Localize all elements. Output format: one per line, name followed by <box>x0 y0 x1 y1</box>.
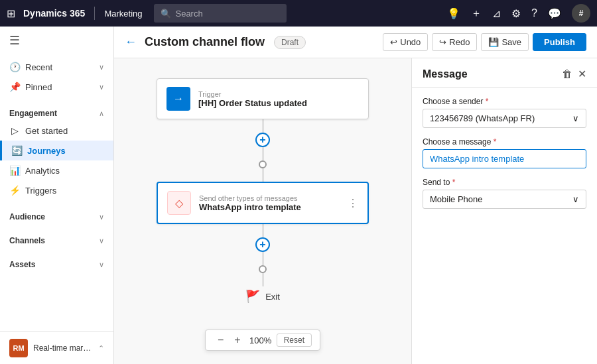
sidebar-top-section: 🕐 Recent ∨ 📌 Pinned ∨ <box>0 54 113 99</box>
filter-icon[interactable]: ⊿ <box>492 7 501 20</box>
sender-field: Choose a sender * 123456789 (WhatsApp FR… <box>423 97 586 128</box>
sender-select[interactable]: 123456789 (WhatsApp FR) ∨ <box>423 109 586 128</box>
pinned-label: Pinned <box>25 82 52 92</box>
hamburger-button[interactable]: ☰ <box>0 27 113 54</box>
get-started-label: Get started <box>25 126 68 136</box>
sidebar-item-triggers[interactable]: ⚡ Triggers <box>0 180 113 200</box>
publish-label: Publish <box>544 37 575 47</box>
pinned-icon: 📌 <box>9 82 20 92</box>
nav-divider <box>94 7 95 20</box>
sidebar-footer[interactable]: RM Real-time marketi... ⌃ <box>0 332 113 364</box>
sidebar-item-pinned[interactable]: 📌 Pinned ∨ <box>0 77 113 97</box>
channels-label: Channels <box>9 236 45 245</box>
trash-icon[interactable]: 🗑 <box>562 68 572 80</box>
journeys-icon: 🔄 <box>11 145 22 156</box>
nav-icons: 💡 ＋ ⊿ ⚙ ? 💬 # <box>447 4 590 23</box>
search-box[interactable]: 🔍 Search <box>154 4 287 23</box>
toolbar: ← Custom channel flow Draft ↩ Undo ↪ Red… <box>114 27 597 58</box>
help-icon[interactable]: ? <box>531 7 537 19</box>
message-label: Choose a message * <box>423 137 586 147</box>
message-node-subtitle: Send other types of messages <box>199 194 340 202</box>
undo-button[interactable]: ↩ Undo <box>383 33 428 51</box>
redo-button[interactable]: ↪ Redo <box>432 33 477 51</box>
trigger-node-icon: → <box>166 87 190 111</box>
grid-icon[interactable]: ⊞ <box>7 7 15 20</box>
trigger-node-subtitle: Trigger <box>198 90 359 98</box>
undo-label: Undo <box>400 37 421 47</box>
zoom-reset-button[interactable]: Reset <box>277 334 312 347</box>
exit-node: 🚩 Exit <box>245 289 280 304</box>
analytics-label: Analytics <box>25 166 60 176</box>
app-name: Marketing <box>104 9 142 19</box>
settings-icon[interactable]: ⚙ <box>511 7 521 20</box>
engagement-chevron: ∧ <box>99 109 104 118</box>
connector-line-4 <box>263 224 263 237</box>
flow-canvas-inner: → Trigger [HH] Order Status updated + <box>114 58 411 324</box>
send-to-chevron-icon: ∨ <box>572 194 579 204</box>
main-layout: ☰ 🕐 Recent ∨ 📌 Pinned ∨ Engagement ∧ ▷ G… <box>0 27 597 364</box>
sidebar-item-get-started[interactable]: ▷ Get started <box>0 121 113 141</box>
sidebar-item-recent[interactable]: 🕐 Recent ∨ <box>0 57 113 77</box>
publish-button[interactable]: Publish <box>533 33 586 51</box>
get-started-icon: ▷ <box>9 125 20 136</box>
audience-chevron: ∨ <box>99 213 104 221</box>
panel-header: Message 🗑 ✕ <box>412 58 597 88</box>
add-step-button-2[interactable]: + <box>255 237 270 252</box>
footer-avatar: RM <box>9 339 28 357</box>
close-icon[interactable]: ✕ <box>578 68 586 80</box>
footer-text: Real-time marketi... <box>33 343 93 353</box>
send-to-required: * <box>452 178 456 187</box>
recent-icon: 🕐 <box>9 62 20 72</box>
message-node-menu[interactable]: ⋮ <box>348 197 358 210</box>
audience-label: Audience <box>9 212 45 221</box>
lightbulb-icon[interactable]: 💡 <box>447 7 460 20</box>
trigger-node-title: [HH] Order Status updated <box>198 98 359 108</box>
message-input[interactable] <box>423 149 586 168</box>
zoom-out-button[interactable]: − <box>214 333 228 347</box>
sidebar-audience-section: Audience ∨ <box>0 203 113 227</box>
right-panel: Message 🗑 ✕ Choose a sender * 1 <box>411 58 597 364</box>
analytics-icon: 📊 <box>9 165 20 176</box>
channels-chevron: ∨ <box>99 237 104 245</box>
trigger-node[interactable]: → Trigger [HH] Order Status updated <box>157 78 369 119</box>
assets-label: Assets <box>9 260 35 269</box>
chat-icon[interactable]: 💬 <box>548 7 561 20</box>
back-button[interactable]: ← <box>125 35 137 49</box>
message-node[interactable]: ◇ Send other types of messages WhatsApp … <box>157 182 369 224</box>
add-step-button-1[interactable]: + <box>255 133 270 147</box>
engagement-label: Engagement <box>9 109 57 118</box>
exit-label: Exit <box>265 292 280 302</box>
add-icon[interactable]: ＋ <box>471 7 482 21</box>
user-avatar[interactable]: # <box>572 4 590 23</box>
assets-chevron: ∨ <box>99 261 104 269</box>
connector-2: + <box>255 224 270 286</box>
sender-chevron-icon: ∨ <box>572 113 579 123</box>
send-to-value: Mobile Phone <box>430 194 483 204</box>
sidebar-engagement-section: Engagement ∧ ▷ Get started 🔄 Journeys 📊 … <box>0 99 113 203</box>
zoom-in-button[interactable]: + <box>230 333 244 347</box>
sidebar-item-journeys[interactable]: 🔄 Journeys <box>0 141 113 160</box>
connector-1: + <box>255 119 270 182</box>
message-node-icon: ◇ <box>167 191 191 215</box>
undo-icon: ↩ <box>390 37 397 47</box>
sender-required: * <box>486 97 489 106</box>
triggers-label: Triggers <box>25 186 56 196</box>
connector-line-6 <box>263 273 263 286</box>
exit-flag-icon: 🚩 <box>245 289 260 304</box>
redo-icon: ↪ <box>439 37 446 47</box>
sidebar-channels-section: Channels ∨ <box>0 227 113 251</box>
main-content: ← Custom channel flow Draft ↩ Undo ↪ Red… <box>114 27 597 364</box>
search-icon: 🔍 <box>161 9 171 19</box>
sidebar-item-analytics[interactable]: 📊 Analytics <box>0 160 113 180</box>
pinned-chevron: ∨ <box>99 83 104 91</box>
save-button[interactable]: 💾 Save <box>481 33 529 51</box>
connector-line-2 <box>263 147 263 160</box>
sender-value: 123456789 (WhatsApp FR) <box>430 113 535 123</box>
message-required: * <box>494 137 497 147</box>
send-to-select[interactable]: Mobile Phone ∨ <box>423 190 586 209</box>
brand-name: Dynamics 365 <box>23 8 85 19</box>
connector-line-3 <box>263 168 263 182</box>
sidebar: ☰ 🕐 Recent ∨ 📌 Pinned ∨ Engagement ∧ ▷ G… <box>0 27 114 364</box>
panel-header-icons: 🗑 ✕ <box>562 68 586 80</box>
search-placeholder: Search <box>175 9 202 19</box>
